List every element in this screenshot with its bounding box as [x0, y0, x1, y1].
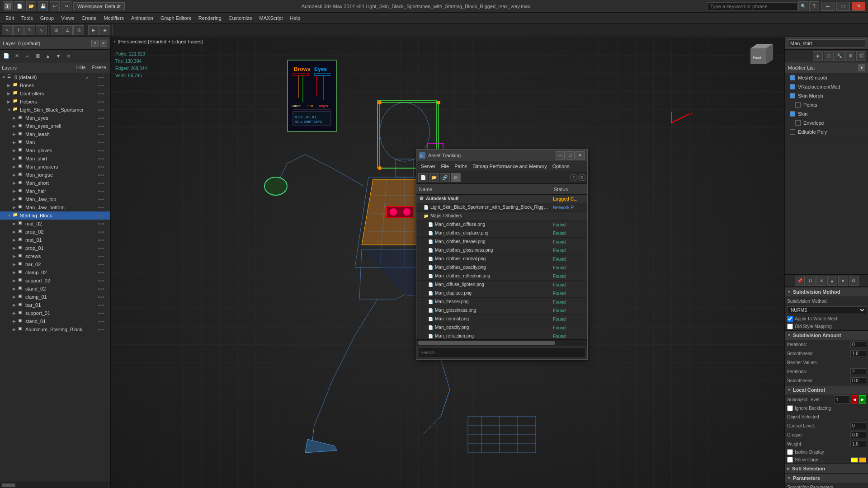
percent-snap[interactable]: %	[73, 25, 84, 35]
asset-tracking-item[interactable]: 📄Man_diffuse_lighten.png Found	[416, 281, 587, 289]
modifier-list-dropdown[interactable]: ▼	[858, 64, 865, 71]
layer-item[interactable]: ▶ ▣ Man_eyes	[0, 114, 110, 122]
menu-customize[interactable]: Customize	[225, 14, 256, 22]
layer-item[interactable]: ▶ 📁 Controllers	[0, 89, 110, 98]
workspace-selector[interactable]: Workspace: Default	[73, 2, 125, 10]
layer-item[interactable]: ▶ ▣ Man	[0, 138, 110, 146]
layer-item[interactable]: ▶ ▣ Man_eyes_shell	[0, 122, 110, 130]
mod-check[interactable]	[794, 101, 802, 108]
viewport-orientation-cube[interactable]: Front	[748, 42, 775, 69]
layer-item[interactable]: ▶ ▣ prop_01	[0, 244, 110, 252]
method-select[interactable]: NURMS	[787, 306, 866, 314]
new-button[interactable]: 📄	[14, 1, 24, 11]
layer-item[interactable]: ▶ ▣ bar_01	[0, 301, 110, 309]
mod-check-box[interactable]	[790, 111, 795, 117]
control-level-input[interactable]	[850, 422, 866, 429]
mod-check[interactable]	[789, 110, 796, 117]
layer-item[interactable]: ▶ ▣ Man_gloves	[0, 146, 110, 155]
asset-tracking-item[interactable]: 📄Man_clothes_fresnel.png Found	[416, 238, 587, 246]
modifier-item[interactable]: Envelope	[785, 118, 868, 127]
modifier-item[interactable]: VRaplacementMod	[785, 82, 868, 91]
asset-tracking-item[interactable]: 📄Light_Skin_Black_Sportsmen_with_Startin…	[416, 203, 587, 212]
at-menu-file[interactable]: File	[438, 163, 452, 170]
search-button[interactable]: 🔍	[798, 1, 808, 11]
layer-item[interactable]: ▶ ▣ prop_02	[0, 228, 110, 236]
panel-close-button[interactable]: ✕	[100, 40, 107, 47]
modifier-item[interactable]: Points	[785, 100, 868, 109]
old-style-mapping-check[interactable]	[787, 324, 793, 329]
panel-help-button[interactable]: ?	[91, 40, 99, 47]
menu-rendering[interactable]: Rendering	[195, 14, 225, 22]
rp-tool-5[interactable]: 🎬	[856, 51, 866, 61]
local-control-header[interactable]: ▼ Local Control	[785, 385, 868, 394]
layer-item[interactable]: ▶ ▣ Man_short	[0, 179, 110, 187]
snap-button[interactable]: ⊞	[51, 25, 61, 35]
layer-item[interactable]: ▶ 📁 Bones	[0, 81, 110, 89]
subobject-input[interactable]	[834, 395, 850, 404]
mod-check[interactable]	[794, 119, 802, 127]
rp-tool-1[interactable]: ◈	[813, 51, 823, 61]
layer-item[interactable]: ▼ 📁 Light_Skin_Black_Sportsmen	[0, 106, 110, 114]
isoline-display-check[interactable]	[787, 449, 793, 455]
asset-tracking-item[interactable]: 📄Man_glossiness.png Found	[416, 306, 587, 315]
crease-input[interactable]	[850, 432, 866, 438]
at-menu-bitmap[interactable]: Bitmap Performance and Memory	[470, 163, 549, 170]
at-tool-2[interactable]: 📂	[429, 173, 439, 182]
layers-scrollbar[interactable]	[0, 482, 110, 488]
configure[interactable]: ⚙	[849, 276, 859, 286]
mod-check-box[interactable]	[795, 120, 801, 126]
asset-tracking-item[interactable]: 📄Man_fresnel.png Found	[416, 298, 587, 306]
asset-tracking-item[interactable]: 📄Man_clothes_glossiness.png Found	[416, 246, 587, 255]
asset-tracking-item[interactable]: 📄Man_normal.png Found	[416, 315, 587, 324]
layer-select-button[interactable]: ▦	[33, 52, 42, 61]
move-tool[interactable]: ✛	[13, 25, 24, 35]
asset-tracking-item[interactable]: 📄Man_clothes_diffuse.png Found	[416, 221, 587, 229]
layer-item[interactable]: ▼ 📁 Starting_Block	[0, 211, 110, 220]
maximize-button[interactable]: □	[836, 2, 850, 11]
smoothness-input[interactable]	[850, 350, 866, 357]
soft-selection-header[interactable]: ▶ Soft Selection	[785, 464, 868, 473]
layer-item[interactable]: ▶ ▣ Man_shirt	[0, 155, 110, 163]
at-menu-server[interactable]: Server	[418, 163, 438, 170]
modifier-item[interactable]: Skin	[785, 109, 868, 118]
mod-check-box[interactable]	[790, 93, 795, 99]
cage-color-2[interactable]	[859, 457, 866, 463]
show-cage-check[interactable]	[787, 457, 793, 463]
menu-animation[interactable]: Animation	[127, 14, 157, 22]
asset-tracking-item[interactable]: 📄Man_clothes_reflection.png Found	[416, 272, 587, 281]
layer-move-up[interactable]: ▲	[43, 52, 52, 61]
asset-tracking-item[interactable]: 📄Man_clothes_displace.png Found	[416, 229, 587, 238]
asset-tracking-item[interactable]: 📄Man_refraction.png Found	[416, 332, 587, 339]
mod-check[interactable]	[789, 74, 796, 81]
at-tool-4[interactable]: ⊞	[451, 173, 461, 182]
modifier-item[interactable]: MeshSmooth	[785, 73, 868, 82]
at-settings-icon[interactable]: ⚙	[578, 174, 585, 181]
iterations-input[interactable]	[850, 341, 866, 348]
modifier-item[interactable]: Skin Morph	[785, 91, 868, 100]
unique[interactable]: U	[806, 276, 816, 286]
subdivision-method-header[interactable]: ▼ Subdivision Method	[785, 287, 868, 296]
subobject-inc[interactable]: ▶	[859, 395, 866, 404]
mod-check[interactable]	[789, 128, 796, 136]
close-button[interactable]: ✕	[852, 2, 865, 11]
pin-stack[interactable]: 📌	[795, 276, 805, 286]
layer-item[interactable]: ▶ ▣ screws	[0, 252, 110, 260]
asset-tracking-item[interactable]: 📄Man_clothes_opacity.png Found	[416, 263, 587, 272]
material-editor[interactable]: ◈	[99, 25, 110, 35]
layer-item[interactable]: ▶ ▣ Man_tongue	[0, 171, 110, 179]
menu-group[interactable]: Group	[37, 14, 58, 22]
at-scrollbar[interactable]	[416, 339, 587, 346]
object-name-input[interactable]	[788, 39, 865, 47]
move-up-mod[interactable]: ▲	[827, 276, 837, 286]
minimize-button[interactable]: ─	[821, 2, 835, 11]
menu-tools[interactable]: Tools	[18, 14, 37, 22]
remove-mod[interactable]: ✕	[816, 276, 826, 286]
layer-item[interactable]: ▶ ▣ support_02	[0, 277, 110, 285]
layer-hide-check[interactable]: ✓	[83, 75, 92, 80]
mod-check[interactable]	[789, 92, 796, 99]
move-down-mod[interactable]: ▼	[838, 276, 848, 286]
at-close[interactable]: ✕	[576, 151, 585, 160]
at-scroll-thumb[interactable]	[418, 341, 555, 345]
at-restore[interactable]: □	[566, 151, 575, 160]
layer-item[interactable]: ▶ ▣ Man_sneakers	[0, 163, 110, 171]
